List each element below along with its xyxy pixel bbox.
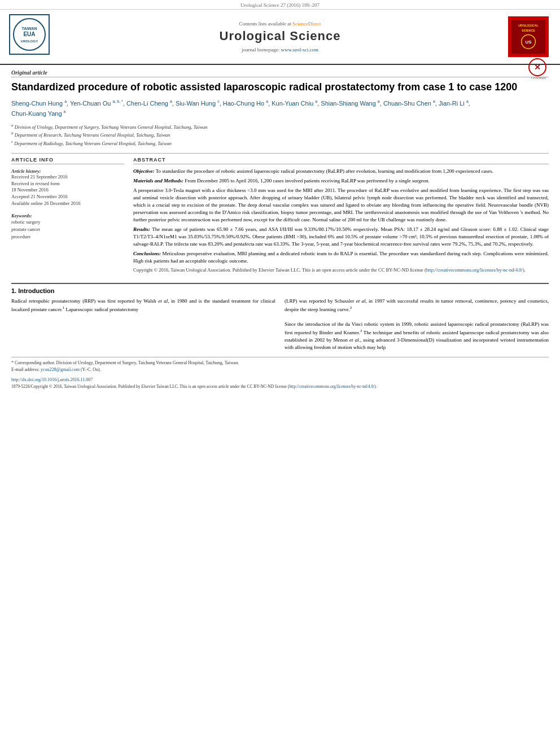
- methods-text: From December 2005 to April 2016, 1,200 …: [185, 178, 429, 184]
- svg-text:UROLOGICAL: UROLOGICAL: [518, 24, 539, 27]
- sciencedirect-link[interactable]: ScienceDirect: [292, 21, 321, 27]
- homepage-prefix: journal homepage:: [242, 47, 281, 53]
- journal-volume-info: Urological Science 27 (2016) 199–207: [240, 2, 320, 8]
- abstract-header: ABSTRACT: [133, 157, 549, 164]
- crossmark-label: CrossMark: [528, 76, 549, 80]
- introduction-col-right: (LRP) was reported by Schussler et al, i…: [285, 298, 549, 351]
- homepage-url[interactable]: www.urol-sci.com: [281, 47, 318, 53]
- doi-line: http://dx.doi.org/10.1016/j.urols.2016.1…: [11, 377, 549, 383]
- keywords-label: Keywords:: [11, 213, 124, 219]
- received-revised-label: Received in revised form: [11, 181, 124, 187]
- journal-name: Urological Science: [54, 29, 506, 43]
- issn-license-link[interactable]: http://creativecommons.org/licenses/by-n…: [289, 384, 374, 389]
- author-8: Chuan-Shu Chen a: [383, 100, 435, 107]
- svg-text:SCIENCE: SCIENCE: [522, 29, 535, 32]
- introduction-title: 1. Introduction: [11, 287, 549, 294]
- section-number: 1.: [11, 287, 16, 294]
- svg-text:TAIWAN: TAIWAN: [21, 27, 37, 30]
- author-9: Jian-Ri Li a: [439, 100, 469, 107]
- article-history: Article history: Received 21 September 2…: [11, 168, 124, 207]
- available-online: Available online 26 December 2016: [11, 200, 124, 207]
- author-2: Yen-Chuan Ou a, b, *: [70, 100, 123, 107]
- author-5: Hao-Chung Ho a: [223, 100, 268, 107]
- issn-line: 1879-5226/Copyright © 2016, Taiwan Urolo…: [11, 383, 549, 390]
- author-10: Chun-Kuang Yang a: [11, 110, 65, 117]
- keyword-3: procedure: [11, 233, 124, 241]
- contents-line: Contents lists available at ScienceDirec…: [54, 21, 506, 27]
- article-type: Original article: [11, 69, 549, 77]
- results-text: The mean age of patients was 65.90 ± 7.6…: [133, 226, 549, 247]
- divider-1: [11, 153, 549, 154]
- footnotes: * Corresponding author. Division of Urol…: [11, 357, 549, 390]
- journal-center-header: Contents lists available at ScienceDirec…: [54, 21, 506, 53]
- author-6: Kun-Yuan Chiu a: [272, 100, 317, 107]
- corresponding-author-note: * Corresponding author. Division of Urol…: [11, 360, 549, 366]
- article-info-abstract: ARTICLE INFO Article history: Received 2…: [11, 157, 549, 276]
- affiliation-b: b Department of Research, Taichung Veter…: [11, 130, 549, 139]
- section-title: Introduction: [18, 287, 54, 294]
- author-7: Shian-Shiang Wang a: [321, 100, 379, 107]
- article-title: Standardized procedure of robotic assist…: [11, 81, 549, 94]
- abstract-results: Results: The mean age of patients was 65…: [133, 226, 549, 248]
- svg-text:UROLOGY: UROLOGY: [21, 40, 38, 43]
- objective-label: Objective:: [133, 168, 156, 174]
- journal-header: TAIWAN EUA UROLOGY Contents lists availa…: [0, 10, 560, 65]
- keyword-2: prostate cancer: [11, 226, 124, 233]
- introduction-col-left: Radical retropubic prostatectomy (RRP) w…: [11, 298, 275, 351]
- content-area: Original article ✕ CrossMark Standardize…: [0, 65, 560, 390]
- article-info-column: ARTICLE INFO Article history: Received 2…: [11, 157, 124, 276]
- authors-line: Sheng-Chun Hung a, Yen-Chuan Ou a, b, *,…: [11, 98, 549, 119]
- email-link[interactable]: ycou228@gmail.com: [41, 367, 80, 372]
- affiliation-a: a Division of Urology, Department of Sur…: [11, 123, 549, 131]
- history-label: Article history:: [11, 168, 41, 174]
- abstract-objective: Objective: To standardize the procedure …: [133, 168, 549, 175]
- email-label: E-mail address:: [11, 367, 40, 372]
- article-info-header: ARTICLE INFO: [11, 157, 124, 164]
- top-bar: Urological Science 27 (2016) 199–207: [0, 0, 560, 10]
- author-1: Sheng-Chun Hung a: [11, 100, 67, 107]
- keywords-section: Keywords: robotic surgery prostate cance…: [11, 213, 124, 240]
- conclusions-text: Meticulous preoperative evaluation, MRI …: [133, 251, 549, 264]
- abstract-column: ABSTRACT Objective: To standardize the p…: [133, 157, 549, 276]
- corresponding-author-text: * Corresponding author. Division of Urol…: [11, 360, 239, 365]
- abstract-text: Objective: To standardize the procedure …: [133, 168, 549, 274]
- journal-logo-right: UROLOGICAL SCIENCE US: [506, 14, 551, 59]
- abstract-conclusions: Conclusions: Meticulous preoperative eva…: [133, 250, 549, 265]
- results-label: Results:: [133, 226, 152, 232]
- affiliations: a Division of Urology, Department of Sur…: [11, 123, 549, 147]
- copyright-link[interactable]: http://creativecommons.org/licenses/by-n…: [426, 267, 523, 273]
- author-3: Chen-Li Cheng a: [126, 100, 172, 107]
- introduction-content: Radical retropubic prostatectomy (RRP) w…: [11, 298, 549, 351]
- keyword-1: robotic surgery: [11, 219, 124, 226]
- journal-logo-left: TAIWAN EUA UROLOGY: [9, 14, 54, 59]
- conclusions-label: Conclusions:: [133, 251, 163, 256]
- journal-homepage: journal homepage: www.urol-sci.com: [54, 47, 506, 53]
- introduction-section: 1. Introduction Radical retropubic prost…: [11, 283, 549, 351]
- svg-text:EUA: EUA: [23, 31, 35, 37]
- crossmark-icon[interactable]: ✕: [528, 58, 546, 76]
- accepted-date: Accepted 21 November 2016: [11, 194, 124, 200]
- svg-text:US: US: [525, 40, 531, 45]
- author-4: Siu-Wan Hung c: [176, 100, 220, 107]
- contents-prefix: Contents lists available at: [239, 21, 292, 27]
- urological-science-logo: UROLOGICAL SCIENCE US: [508, 16, 549, 57]
- email-note: E-mail address: ycou228@gmail.com (Y.-C.…: [11, 366, 549, 373]
- methods-label: Materials and Methods:: [133, 178, 185, 184]
- eua-logo: TAIWAN EUA UROLOGY: [9, 14, 50, 55]
- objective-text: To standardize the procedure of robotic …: [156, 168, 493, 174]
- received-date: Received 21 September 2016: [11, 174, 124, 181]
- doi-link[interactable]: http://dx.doi.org/10.1016/j.urols.2016.1…: [11, 377, 93, 382]
- abstract-body: A preoperative 3.0-Tesla magnet with a s…: [133, 187, 549, 224]
- page: Urological Science 27 (2016) 199–207 TAI…: [0, 0, 560, 747]
- copyright-text: Copyright © 2016, Taiwan Urological Asso…: [133, 267, 549, 274]
- title-area: ✕ CrossMark Standardized procedure of ro…: [11, 81, 549, 94]
- revised-date: 18 November 2016: [11, 187, 124, 194]
- affiliation-c: c Department of Radiology, Taichung Vete…: [11, 139, 549, 147]
- email-suffix: (Y.-C. Ou).: [81, 367, 101, 372]
- abstract-methods: Materials and Methods: From December 200…: [133, 177, 549, 185]
- crossmark-container: ✕ CrossMark: [528, 58, 549, 80]
